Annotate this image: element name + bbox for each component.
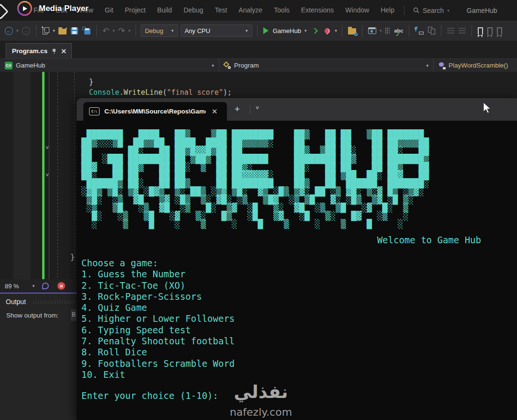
code-line-brace: } [89,78,93,86]
solution-configurations-dropdown[interactable]: Debug▾ [141,24,178,37]
decrease-indent-button[interactable] [446,27,455,34]
menu-help[interactable]: Help [375,0,400,21]
redo-caret-icon[interactable]: ▾ [128,28,131,33]
mouse-cursor-icon [483,102,493,114]
start-without-debugging-button[interactable] [310,28,320,34]
run-caret-icon[interactable]: ▾ [304,28,307,33]
tab-label: Program.cs [12,47,47,55]
error-badge-icon[interactable]: ✕ [57,282,65,290]
navigate-forward-button[interactable]: → [21,26,31,36]
increase-indent-button[interactable] [458,27,467,34]
welcome-text: Welcome to Game Hub [77,235,481,245]
column-guides-icon[interactable] [384,26,391,35]
tab-close-icon[interactable]: ✕ [61,47,67,55]
member-dropdown[interactable]: PlayWordScramble() [434,59,517,72]
flame-icon [324,27,331,34]
explorer-caret-icon[interactable]: ▾ [380,28,382,33]
search-icon [413,7,419,13]
undo-caret-icon[interactable]: ▾ [112,28,115,33]
select-element-button[interactable] [414,26,425,35]
solution-platforms-dropdown[interactable]: Any CPU▾ [180,24,252,37]
menu-window[interactable]: Window [339,0,375,21]
terminal-tab[interactable]: C:\ C:\Users\MM\Source\Repos\GameHub ✕ [83,102,227,121]
terminal-tab-close-icon[interactable]: ✕ [212,107,218,116]
output-source-dropdown[interactable]: B [71,309,77,321]
start-debugging-button[interactable]: GameHub ▾ [262,26,308,35]
new-project-caret-icon[interactable]: ▾ [53,28,56,33]
document-tab-strip: Program.cs ✕ [0,41,517,58]
class-icon [224,62,231,69]
show-output-from-label: Show output from: [6,312,59,319]
method-cube-icon [438,62,445,69]
menu-analyze[interactable]: Analyze [233,0,268,21]
zoom-level-dropdown[interactable]: 89 % [5,283,19,290]
menu-project[interactable]: Project [119,0,152,21]
fold-chevron-icon[interactable]: ˅ [45,172,49,178]
code-line-writeline: Console.WriteLine("final score"); [89,88,232,97]
next-bookmark-button[interactable] [496,26,503,35]
search-input[interactable]: Search ▾ [408,7,454,14]
spell-check-button[interactable]: abc✓ [393,27,404,34]
previous-bookmark-button[interactable] [486,26,494,35]
media-player-overlay[interactable]: Media Player [17,1,89,16]
terminal-tab-title: C:\Users\MM\Source\Repos\GameHub [104,108,206,115]
choice-prompt: Enter your choice (1-10): [81,390,218,401]
project-caret-icon: ▾ [212,63,214,68]
standard-toolbar: ← ▾ → ✦ ▾ ➚ ↶ ▾ ↷ ▾ Debug▾ Any CPU▾ Game… [0,21,517,41]
menu-build[interactable]: Build [151,0,178,21]
hot-reload-button[interactable] [322,27,332,34]
save-all-button[interactable] [81,26,91,35]
output-panel: Output Show output from: B [0,293,77,420]
vs-window: File Edit View Git Project Build Debug T… [0,0,517,420]
find-in-files-button[interactable] [347,26,357,35]
indent-guide [57,72,58,281]
terminal-window[interactable]: C:\ C:\Users\MM\Source\Repos\GameHub ✕ +… [77,98,517,420]
change-tracking-bar [42,72,45,281]
play-outline-icon [312,28,318,34]
menu-git[interactable]: Git [99,0,119,21]
zoom-caret-icon[interactable]: ▾ [33,284,35,288]
game-hub-ascii-art: ███████ ████ ██▒ ▒██ ████████ ██▒ ██ ██ … [81,130,429,228]
output-panel-title: Output [6,298,26,306]
navigate-back-button[interactable]: ← [4,26,14,36]
watermark-site: nafezly.com [223,406,299,418]
type-caret-icon: ▾ [426,63,428,68]
undo-button[interactable]: ↶ [101,25,110,37]
command-prompt-icon: C:\ [89,107,100,115]
panel-grip[interactable] [33,300,75,304]
media-player-label: Media Player [39,4,89,13]
save-button[interactable] [70,26,79,35]
editor-zoom-bar: 89 % ▾ ✕ [0,279,77,293]
terminal-dropdown-icon[interactable]: ˅ [256,105,259,112]
menu-debug[interactable]: Debug [178,0,209,21]
game-menu-list: Choose a game: 1. Guess the Number 2. Ti… [81,258,235,380]
project-dropdown[interactable]: C# GameHub ▾ [0,59,219,72]
outlining-line [49,72,49,281]
redo-button[interactable]: ↷ [117,25,126,37]
menu-tools[interactable]: Tools [268,0,295,21]
media-play-icon[interactable] [17,1,32,16]
pin-icon[interactable] [52,48,56,54]
type-dropdown[interactable]: Program ▾ [219,59,434,72]
code-navigation-bar: C# GameHub ▾ Program ▾ PlayWordScramble(… [0,58,517,72]
tab-program-cs[interactable]: Program.cs ✕ [6,43,72,58]
menu-test[interactable]: Test [209,0,233,21]
toggle-bookmark-button[interactable] [477,26,484,35]
accessibility-icon[interactable] [42,283,49,289]
indent-guide [74,72,75,281]
code-map-button[interactable] [427,26,436,35]
csharp-project-icon: C# [5,62,12,69]
watermark-arabic: نفذلي [223,382,299,402]
menu-extensions[interactable]: Extensions [295,0,339,21]
search-caret-icon: ▾ [447,8,450,13]
code-line-closing-brace: } [70,253,75,261]
solution-explorer-button[interactable] [367,26,377,35]
window-title: GameHub [467,7,497,14]
hot-reload-caret-icon[interactable]: ▾ [335,28,337,33]
new-terminal-tab-button[interactable]: + [235,104,240,114]
open-file-button[interactable]: ➚ [57,26,67,35]
new-project-button[interactable]: ✦ [41,26,51,35]
back-caret-icon[interactable]: ▾ [16,28,19,33]
fold-chevron-icon[interactable]: ˅ [45,145,49,151]
terminal-title-bar[interactable]: C:\ C:\Users\MM\Source\Repos\GameHub ✕ +… [77,98,517,121]
